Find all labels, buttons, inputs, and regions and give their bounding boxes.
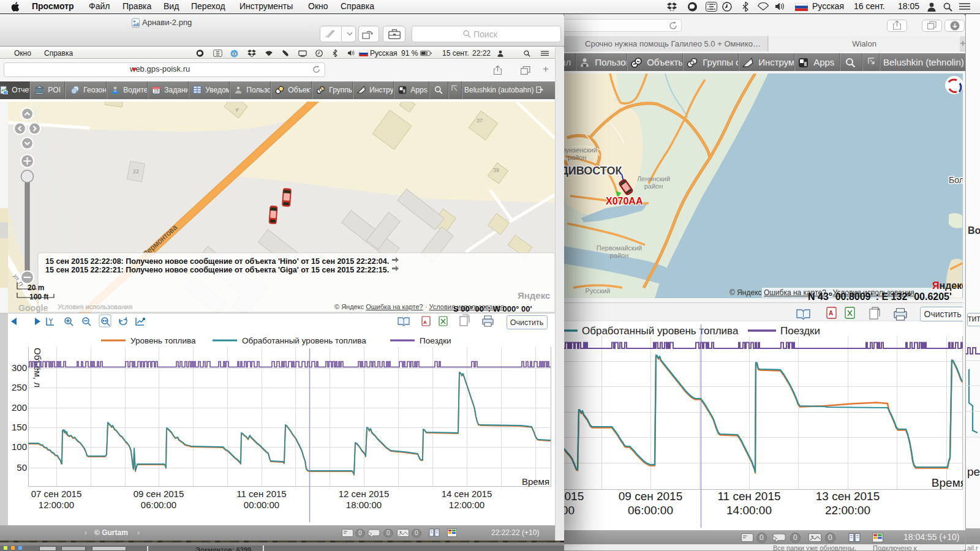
svg-text:Обработанный уровень топлива: Обработанный уровень топлива <box>242 336 366 345</box>
svg-text:12 сен 2015: 12 сен 2015 <box>339 489 390 499</box>
svg-text:X070AA: X070AA <box>606 196 643 206</box>
svg-text:12:00:00: 12:00:00 <box>449 500 484 510</box>
svg-text:15 сен 2015 22:22:21: Получено: 15 сен 2015 22:22:21: Получено новое соо… <box>45 266 389 274</box>
svg-text:Время: Время <box>932 476 963 489</box>
svg-text:Обработанный уровень топлива: Обработанный уровень топлива <box>582 325 739 337</box>
svg-text:14 сен 2015: 14 сен 2015 <box>442 489 492 499</box>
svg-text:150: 150 <box>12 422 27 432</box>
svg-text:Поездки: Поездки <box>420 336 451 345</box>
svg-text:Яндекс: Яндекс <box>932 280 963 291</box>
svg-text:39: 39 <box>493 167 499 173</box>
svg-text:Ленинский: Ленинский <box>637 175 670 182</box>
svg-text:07 сен 2015: 07 сен 2015 <box>31 489 82 499</box>
svg-text:00:00:00: 00:00:00 <box>244 500 279 510</box>
svg-text:Условия использования: Условия использования <box>58 303 132 310</box>
svg-text:06:00:00: 06:00:00 <box>141 500 176 510</box>
svg-text:50: 50 <box>17 462 27 473</box>
svg-text:13 сен 2015: 13 сен 2015 <box>816 490 880 503</box>
svg-text:Очистить: Очистить <box>924 309 962 319</box>
svg-text:06:00:00: 06:00:00 <box>628 504 673 517</box>
svg-text:Google: Google <box>18 303 48 313</box>
svg-text:Объём, л: Объём, л <box>32 348 43 388</box>
svg-text:Очистить: Очистить <box>510 318 543 327</box>
svg-text:район: район <box>568 154 587 161</box>
svg-text:Яндекс: Яндекс <box>518 290 550 301</box>
svg-text:37: 37 <box>477 118 483 124</box>
svg-text:15 сен 2015 22:22:08: Получено: 15 сен 2015 22:22:08: Получено новое соо… <box>45 257 389 266</box>
svg-text:ДИВОСТОК: ДИВОСТОК <box>560 165 622 177</box>
svg-text:A: A <box>829 310 833 317</box>
svg-text:11 сен 2015: 11 сен 2015 <box>236 489 286 499</box>
svg-text:11 сен 2015: 11 сен 2015 <box>717 490 780 503</box>
svg-text:район: район <box>610 252 629 259</box>
svg-text:18:00:00: 18:00:00 <box>346 500 382 510</box>
svg-text:20 m: 20 m <box>28 283 44 292</box>
svg-text:22: 22 <box>133 168 139 174</box>
svg-text:300: 300 <box>12 362 27 373</box>
svg-text:200: 200 <box>12 402 27 413</box>
svg-text:100: 100 <box>12 441 27 452</box>
svg-text:15: 15 <box>154 89 159 93</box>
svg-text:A: A <box>423 320 427 325</box>
svg-text:09 сен 2015: 09 сен 2015 <box>619 490 683 503</box>
svg-text:Бол: Бол <box>949 175 963 185</box>
svg-text:12:00:00: 12:00:00 <box>39 500 74 510</box>
svg-text:22:00:00: 22:00:00 <box>825 504 870 517</box>
svg-text:Уровень топлива: Уровень топлива <box>130 336 196 345</box>
svg-text:Русский: Русский <box>586 287 611 294</box>
svg-text:14:00:00: 14:00:00 <box>726 504 772 517</box>
svg-text:09 сен 2015: 09 сен 2015 <box>134 489 184 499</box>
svg-text:Поездки: Поездки <box>780 325 820 337</box>
svg-text:250: 250 <box>12 382 27 392</box>
svg-text:Время: Время <box>522 476 549 487</box>
svg-text:100 ft: 100 ft <box>29 293 48 301</box>
svg-text:район: район <box>644 182 663 190</box>
svg-text:Первомайский: Первомайский <box>597 244 642 252</box>
